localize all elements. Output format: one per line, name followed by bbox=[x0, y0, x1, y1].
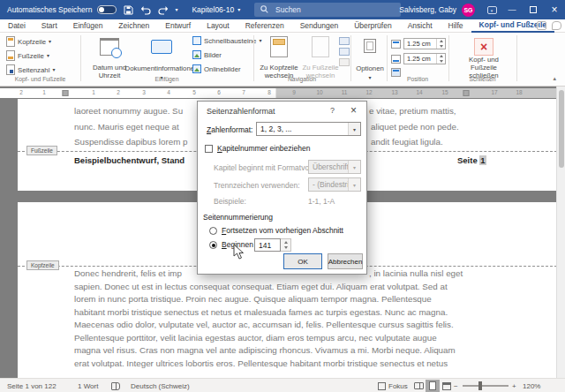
read-mode-button[interactable] bbox=[411, 379, 426, 392]
zahlenformat-label: Zahlenformat: bbox=[207, 125, 252, 134]
body-line[interactable]: Suspendisse dapibus lorem p bbox=[74, 137, 188, 147]
zu-kopfzeile-wechseln-button[interactable]: Zu Kopfzeile wechseln bbox=[257, 34, 301, 82]
dokumentinformationen-button[interactable]: Dokumentinformationen ▾ bbox=[134, 34, 189, 82]
zoom-slider-thumb[interactable] bbox=[478, 381, 482, 390]
ribbon-display-options-icon[interactable]: ▾ bbox=[482, 0, 501, 19]
fortsetzen-radio[interactable] bbox=[209, 227, 217, 235]
dialog-close-icon[interactable]: × bbox=[350, 104, 357, 117]
tab-ansicht[interactable]: Ansicht bbox=[400, 19, 441, 33]
zoom-level[interactable]: 120% bbox=[523, 379, 540, 392]
collapse-ribbon-icon[interactable]: ▴ bbox=[553, 75, 556, 82]
kopfzeile-von-oben-icon bbox=[391, 40, 401, 49]
footer-page-number[interactable]: Seite 1 bbox=[457, 155, 486, 165]
tab-einfuegen[interactable]: Einfügen bbox=[65, 19, 111, 33]
kopfzeile-icon bbox=[6, 36, 15, 47]
beginnen-bei-spinner[interactable] bbox=[281, 238, 291, 252]
indent-marker-right[interactable] bbox=[463, 90, 470, 96]
document-title[interactable]: Kapitel06-10 ▾ bbox=[192, 5, 240, 14]
horizontal-ruler[interactable]: 2 1 1 2 3 4 5 6 7 8 9 10 11 12 13 14 15 … bbox=[18, 88, 557, 98]
kopfzeile-button[interactable]: Kopfzeile ▾ bbox=[6, 36, 51, 47]
zahlenformat-dropdown[interactable]: 1, 2, 3, ... ▾ bbox=[256, 122, 361, 136]
kopfzeile-von-oben-input[interactable]: 1.25 cm bbox=[403, 38, 446, 49]
body-line[interactable]: lorem in nunc porta tristique. Proin nec… bbox=[74, 294, 432, 304]
qat-more-icon[interactable]: ▾ bbox=[175, 7, 177, 12]
beginnen-bei-radio[interactable] bbox=[209, 241, 217, 249]
group-label-position: Position bbox=[387, 76, 448, 82]
tab-sendungen[interactable]: Sendungen bbox=[292, 19, 347, 33]
zoom-out-button[interactable]: − bbox=[454, 379, 458, 392]
share-icon[interactable] bbox=[537, 21, 546, 30]
scrollbar-thumb[interactable] bbox=[559, 90, 564, 168]
tab-start[interactable]: Start bbox=[34, 19, 65, 33]
tab-layout[interactable]: Layout bbox=[199, 19, 237, 33]
body-line[interactable]: nunc. Mauris eget neque at bbox=[74, 122, 179, 132]
autosave-toggle[interactable] bbox=[97, 5, 117, 14]
naechste-anzeigen-icon[interactable] bbox=[339, 48, 350, 56]
body-line[interactable]: habitant morbi tristique senectus et net… bbox=[74, 307, 448, 317]
body-line[interactable]: andit feugiat ligula. bbox=[371, 137, 443, 147]
kapitelnummer-checkbox[interactable] bbox=[205, 145, 213, 153]
focus-mode-button[interactable]: Fokus bbox=[378, 379, 408, 392]
maximize-button[interactable] bbox=[523, 0, 544, 19]
body-line[interactable]: Maecenas odio dolor, vulputate vel, auct… bbox=[74, 320, 454, 329]
tab-ueberpruefen[interactable]: Überprüfen bbox=[346, 19, 400, 33]
schnellbausteine-button[interactable]: Schnellbausteine ▾ bbox=[192, 36, 261, 45]
tab-zeichnen[interactable]: Zeichnen bbox=[110, 19, 157, 33]
search-placeholder: Suchen bbox=[275, 5, 301, 14]
datum-uhrzeit-button[interactable]: Datum und Uhrzeit bbox=[85, 34, 134, 82]
body-line[interactable]: aliquet pede non pede. bbox=[371, 122, 459, 132]
word-count[interactable]: 1 Wort bbox=[78, 379, 98, 392]
fortsetzen-label[interactable]: Fortsetzen vom vorherigen Abschnitt bbox=[222, 226, 343, 235]
trennzeichen-label: Trennzeichen verwenden: bbox=[214, 181, 300, 190]
comments-icon[interactable] bbox=[552, 21, 561, 30]
ok-button[interactable]: OK bbox=[283, 253, 322, 269]
seitenzahl-button[interactable]: Seitenzahl ▾ bbox=[6, 64, 55, 75]
print-layout-button[interactable] bbox=[426, 379, 440, 392]
vorherige-anzeigen-icon[interactable] bbox=[339, 37, 350, 45]
minimize-button[interactable]: — bbox=[501, 0, 523, 19]
web-layout-button[interactable] bbox=[440, 379, 454, 392]
proofing-book-icon[interactable] bbox=[111, 379, 120, 392]
body-line[interactable]: magna vel risus. Cras non magna vel ante… bbox=[74, 345, 456, 355]
undo-icon[interactable] bbox=[139, 4, 152, 16]
body-line[interactable]: Donec hendrerit, felis et imp bbox=[74, 268, 182, 278]
fusszeile-von-unten-input[interactable]: 1.25 cm bbox=[403, 53, 446, 64]
fusszeile-icon bbox=[6, 50, 15, 61]
redo-icon[interactable] bbox=[157, 4, 170, 16]
fusszeile-button[interactable]: Fußzeile ▾ bbox=[6, 50, 49, 61]
tab-hilfe[interactable]: Hilfe bbox=[441, 19, 471, 33]
kapitelnummer-label[interactable]: Kapitelnummer einbeziehen bbox=[217, 144, 310, 153]
close-window-button[interactable]: × bbox=[544, 0, 565, 19]
page-indicator[interactable]: Seite 1 von 122 bbox=[7, 379, 56, 392]
body-line[interactable]: e vitae, pretium mattis, bbox=[369, 106, 456, 116]
dokumentinformationen-icon bbox=[151, 40, 172, 54]
body-line[interactable]: sapien. Donec ut est in lectus consequat… bbox=[74, 282, 448, 291]
save-icon[interactable] bbox=[122, 4, 134, 16]
body-line[interactable]: erat volutpat. Integer ultrices lobortis… bbox=[74, 358, 448, 368]
search-input[interactable]: Suchen bbox=[254, 3, 401, 17]
user-avatar[interactable]: SG bbox=[462, 4, 475, 17]
spin-arrows[interactable] bbox=[436, 39, 445, 49]
zoom-slider[interactable] bbox=[463, 385, 508, 387]
beginnen-bei-input[interactable]: 141 bbox=[254, 238, 281, 252]
language-indicator[interactable]: Deutsch (Schweiz) bbox=[131, 379, 190, 392]
cancel-button[interactable]: Abbrechen bbox=[328, 253, 363, 269]
dialog-help-icon[interactable]: ? bbox=[330, 106, 335, 115]
kopf-fusszeile-schliessen-button[interactable]: × Kopf- und Fußzeile schließen bbox=[456, 34, 511, 82]
tab-referenzen[interactable]: Referenzen bbox=[237, 19, 292, 33]
zoom-in-button[interactable]: + bbox=[512, 379, 516, 392]
body-line[interactable]: , in lacinia nulla nisl eget bbox=[369, 268, 463, 278]
footer-text[interactable]: Beispielbuchentwurf, Stand bbox=[74, 155, 185, 165]
onlinebilder-button[interactable]: Onlinebilder bbox=[192, 64, 241, 73]
body-line[interactable]: Pellentesque porttitor, velit lacinia eg… bbox=[74, 333, 437, 343]
mit-vorheriger-verknuepfen-icon bbox=[339, 58, 350, 66]
tab-entwurf[interactable]: Entwurf bbox=[157, 19, 199, 33]
kapitel-style-dropdown: Überschrift 1 ▾ bbox=[308, 160, 361, 174]
body-line[interactable]: laoreet nonummy augue. Su bbox=[74, 106, 183, 116]
vertical-scrollbar[interactable] bbox=[556, 87, 565, 378]
optionen-button[interactable]: Optionen ▾ bbox=[353, 34, 387, 82]
spin-arrows[interactable] bbox=[436, 54, 445, 64]
tab-datei[interactable]: Datei bbox=[0, 19, 34, 33]
indent-marker-left[interactable] bbox=[63, 90, 69, 96]
bilder-button[interactable]: Bilder bbox=[192, 50, 222, 59]
